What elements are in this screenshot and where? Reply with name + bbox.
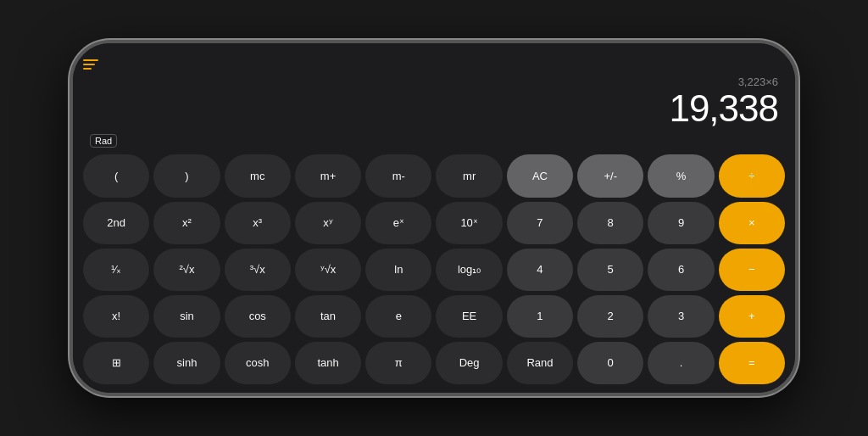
rand-button[interactable]: Rand <box>507 342 573 384</box>
calculator-screen: 3,223×6 19,338 Rad ()mcm+m-mrAC+/-%÷2ndx… <box>73 43 795 393</box>
x-cubed-button[interactable]: x³ <box>225 202 291 244</box>
button-row-3: x!sincostaneEE123+ <box>83 295 785 338</box>
rad-label[interactable]: Rad <box>90 134 117 148</box>
percent-button[interactable]: % <box>648 154 714 197</box>
ee-button[interactable]: EE <box>436 295 502 338</box>
x-to-y-button[interactable]: xʸ <box>295 202 361 244</box>
menu-line-3 <box>83 68 92 70</box>
tanh-button[interactable]: tanh <box>295 342 361 384</box>
e-to-x-button[interactable]: eˣ <box>365 202 431 244</box>
history-menu-button[interactable] <box>83 59 98 70</box>
add-button[interactable]: + <box>719 295 785 338</box>
tan-button[interactable]: tan <box>295 295 361 338</box>
mr-button[interactable]: mr <box>436 154 502 197</box>
calc-icon-button[interactable]: ⊞ <box>83 342 149 384</box>
sinh-button[interactable]: sinh <box>153 342 220 384</box>
eight-button[interactable]: 8 <box>577 202 643 244</box>
button-row-0: ()mcm+m-mrAC+/-%÷ <box>83 154 785 197</box>
buttons-area: ()mcm+m-mrAC+/-%÷2ndx²x³xʸeˣ10ˣ789×¹⁄ₓ²√… <box>83 154 785 384</box>
decimal-button[interactable]: . <box>648 342 714 384</box>
equals-button[interactable]: = <box>719 342 785 384</box>
log10-button[interactable]: log₁₀ <box>436 249 502 291</box>
display-area: 3,223×6 19,338 <box>83 75 785 129</box>
five-button[interactable]: 5 <box>577 249 643 291</box>
menu-line-2 <box>83 64 95 65</box>
result-display: 19,338 <box>669 88 778 129</box>
2nd-button[interactable]: 2nd <box>83 202 149 244</box>
button-row-4: ⊞sinhcoshtanhπDegRand0.= <box>83 342 785 384</box>
four-button[interactable]: 4 <box>507 249 573 291</box>
paren-close-button[interactable]: ) <box>153 154 220 197</box>
sin-button[interactable]: sin <box>153 295 220 338</box>
expression-display: 3,223×6 <box>738 75 778 88</box>
menu-line-1 <box>83 59 98 61</box>
multiply-button[interactable]: × <box>719 202 785 244</box>
pi-button[interactable]: π <box>365 342 431 384</box>
plus-minus-button[interactable]: +/- <box>577 154 643 197</box>
nine-button[interactable]: 9 <box>648 202 714 244</box>
reciprocal-button[interactable]: ¹⁄ₓ <box>83 249 149 291</box>
divide-button[interactable]: ÷ <box>719 154 785 197</box>
10-to-x-button[interactable]: 10ˣ <box>436 202 502 244</box>
three-button[interactable]: 3 <box>648 295 714 338</box>
cosh-button[interactable]: cosh <box>225 342 291 384</box>
six-button[interactable]: 6 <box>648 249 714 291</box>
x-squared-button[interactable]: x² <box>153 202 220 244</box>
button-row-1: 2ndx²x³xʸeˣ10ˣ789× <box>83 202 785 244</box>
button-row-2: ¹⁄ₓ²√x³√xʸ√xlnlog₁₀456− <box>83 249 785 291</box>
cos-button[interactable]: cos <box>225 295 291 338</box>
cbrt-button[interactable]: ³√x <box>225 249 291 291</box>
sqrt-button[interactable]: ²√x <box>153 249 220 291</box>
seven-button[interactable]: 7 <box>507 202 573 244</box>
phone-frame: 3,223×6 19,338 Rad ()mcm+m-mrAC+/-%÷2ndx… <box>70 40 798 396</box>
one-button[interactable]: 1 <box>507 295 573 338</box>
factorial-button[interactable]: x! <box>83 295 149 338</box>
y-root-button[interactable]: ʸ√x <box>295 249 361 291</box>
ac-button[interactable]: AC <box>507 154 573 197</box>
two-button[interactable]: 2 <box>577 295 643 338</box>
zero-button[interactable]: 0 <box>577 342 643 384</box>
paren-open-button[interactable]: ( <box>83 154 149 197</box>
top-bar <box>83 52 785 75</box>
m-minus-button[interactable]: m- <box>365 154 431 197</box>
subtract-button[interactable]: − <box>719 249 785 291</box>
ln-button[interactable]: ln <box>365 249 431 291</box>
deg-button[interactable]: Deg <box>436 342 502 384</box>
mc-button[interactable]: mc <box>225 154 291 197</box>
euler-button[interactable]: e <box>365 295 431 338</box>
m-plus-button[interactable]: m+ <box>295 154 361 197</box>
